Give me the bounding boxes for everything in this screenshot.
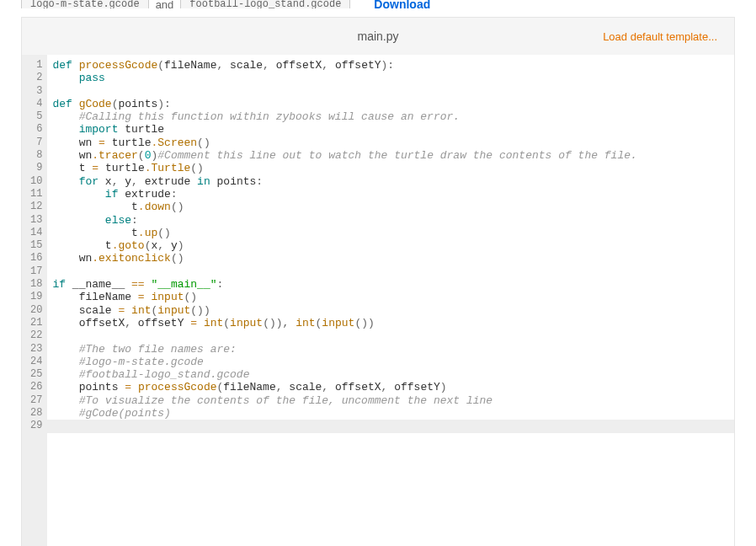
line-number: 3: [30, 85, 42, 98]
line-number: 27: [30, 394, 42, 407]
line-number: 9: [30, 162, 42, 174]
file-chip-1: logo-m-state.gcode: [21, 0, 149, 8]
code-line-29[interactable]: [47, 420, 734, 432]
code-line-6[interactable]: import turtle: [47, 123, 734, 136]
line-number: 20: [30, 304, 42, 317]
code-line-13[interactable]: else:: [47, 214, 734, 227]
line-number: 10: [30, 175, 42, 188]
code-line-1[interactable]: def processGcode(fileName, scale, offset…: [47, 59, 734, 72]
code-body[interactable]: def processGcode(fileName, scale, offset…: [47, 55, 734, 546]
line-number: 2: [30, 72, 42, 84]
code-line-18[interactable]: if __name__ == "__main__":: [47, 278, 734, 291]
line-number: 29: [30, 420, 42, 432]
code-line-12[interactable]: t.down(): [47, 201, 734, 213]
code-line-27[interactable]: #To visualize the contents of the file, …: [47, 394, 734, 407]
code-line-2[interactable]: pass: [47, 72, 734, 84]
code-line-4[interactable]: def gCode(points):: [47, 98, 734, 110]
code-editor[interactable]: 1234567891011121314151617181920212223242…: [22, 55, 734, 546]
load-default-template-link[interactable]: Load default template...: [603, 30, 717, 43]
and-label: and: [156, 0, 174, 8]
code-line-10[interactable]: for x, y, extrude in points:: [47, 175, 734, 188]
file-tab[interactable]: main.py: [357, 29, 398, 43]
line-number: 4: [30, 98, 42, 110]
code-line-17[interactable]: [47, 265, 734, 278]
line-number: 15: [30, 239, 42, 252]
code-line-25[interactable]: #football-logo_stand.gcode: [47, 368, 734, 381]
code-line-24[interactable]: #logo-m-state.gcode: [47, 356, 734, 368]
line-number: 18: [30, 278, 42, 291]
code-editor-panel: main.py Load default template... 1234567…: [21, 17, 735, 546]
line-number: 25: [30, 368, 42, 381]
line-number: 8: [30, 149, 42, 162]
line-number: 24: [30, 356, 42, 368]
line-number: 19: [30, 291, 42, 303]
line-number: 6: [30, 123, 42, 136]
code-line-3[interactable]: [47, 85, 734, 98]
line-number-gutter: 1234567891011121314151617181920212223242…: [22, 55, 47, 546]
line-number: 23: [30, 343, 42, 356]
code-line-26[interactable]: points = processGcode(fileName, scale, o…: [47, 381, 734, 393]
file-info-bar: logo-m-state.gcode and football-logo_sta…: [21, 0, 735, 8]
line-number: 7: [30, 136, 42, 149]
line-number: 21: [30, 317, 42, 329]
code-line-19[interactable]: fileName = input(): [47, 291, 734, 303]
code-line-15[interactable]: t.goto(x, y): [47, 239, 734, 252]
code-line-23[interactable]: #The two file names are:: [47, 343, 734, 356]
code-line-28[interactable]: #gCode(points): [47, 407, 734, 420]
line-number: 26: [30, 381, 42, 393]
line-number: 14: [30, 227, 42, 239]
line-number: 17: [30, 265, 42, 278]
code-line-5[interactable]: #Calling this function within zybooks wi…: [47, 110, 734, 123]
download-link[interactable]: Download: [374, 0, 430, 8]
code-line-7[interactable]: wn = turtle.Screen(): [47, 136, 734, 149]
code-line-11[interactable]: if extrude:: [47, 188, 734, 201]
code-line-8[interactable]: wn.tracer(0)#Comment this line out to wa…: [47, 149, 734, 162]
line-number: 16: [30, 252, 42, 265]
line-number: 28: [30, 407, 42, 420]
code-line-20[interactable]: scale = int(input()): [47, 304, 734, 317]
code-line-9[interactable]: t = turtle.Turtle(): [47, 162, 734, 174]
code-line-22[interactable]: [47, 329, 734, 342]
line-number: 22: [30, 329, 42, 342]
line-number: 13: [30, 214, 42, 227]
code-line-16[interactable]: wn.exitonclick(): [47, 252, 734, 265]
line-number: 5: [30, 110, 42, 123]
line-number: 11: [30, 188, 42, 201]
line-number: 1: [30, 59, 42, 72]
file-chip-2: football-logo_stand.gcode: [180, 0, 350, 8]
line-number: 12: [30, 201, 42, 213]
editor-header: main.py Load default template...: [22, 18, 734, 55]
code-line-14[interactable]: t.up(): [47, 227, 734, 239]
code-line-21[interactable]: offsetX, offsetY = int(input()), int(inp…: [47, 317, 734, 329]
